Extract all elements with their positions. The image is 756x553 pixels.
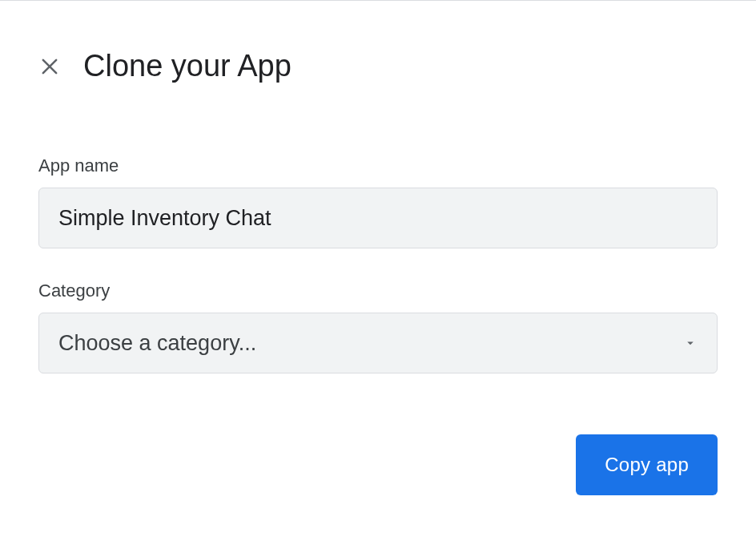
- copy-app-button[interactable]: Copy app: [576, 434, 718, 495]
- dialog-title: Clone your App: [83, 49, 292, 83]
- dialog-header: Clone your App: [0, 1, 756, 83]
- app-name-label: App name: [38, 155, 718, 176]
- close-icon[interactable]: [38, 55, 61, 78]
- category-label: Category: [38, 281, 718, 301]
- category-select[interactable]: Choose a category...: [38, 313, 718, 373]
- clone-app-dialog: Clone your App App name Category Choose …: [0, 1, 756, 495]
- category-placeholder: Choose a category...: [58, 331, 256, 356]
- form-section: App name Category Choose a category...: [0, 83, 756, 373]
- chevron-down-icon: [683, 336, 698, 350]
- app-name-input[interactable]: [38, 188, 718, 248]
- category-select-wrapper: Choose a category...: [38, 313, 718, 373]
- app-name-field-group: App name: [38, 155, 718, 248]
- dialog-actions: Copy app: [0, 406, 756, 495]
- category-field-group: Category Choose a category...: [38, 281, 718, 373]
